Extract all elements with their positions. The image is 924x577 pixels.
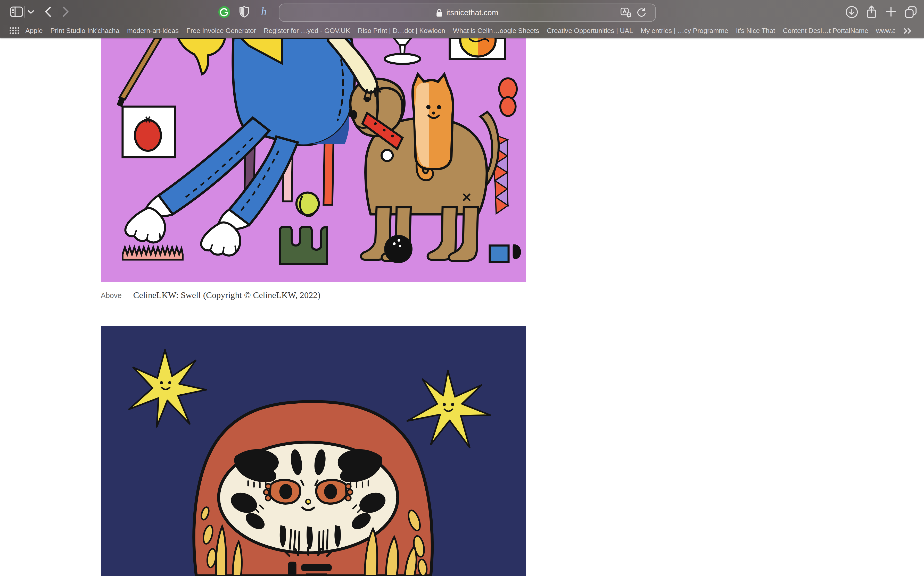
reload-icon[interactable] (633, 4, 649, 21)
lock-icon (436, 8, 443, 17)
bookmark-item[interactable]: www.artsjobs.org.uk (876, 27, 895, 34)
bookmark-item[interactable]: Free Invoice Generator (186, 27, 256, 34)
daruma-illustration (101, 326, 526, 576)
bookmarks-bar: ApplePrint Studio Ink'chachamodern-art-i… (0, 23, 924, 38)
caption-label: Above (101, 291, 133, 300)
apps-grid-icon[interactable] (8, 23, 20, 38)
bookmark-item[interactable]: My entries | …cy Programme (641, 27, 729, 34)
chevron-double-right-icon[interactable] (900, 27, 916, 34)
url-text: itsnicethat.com (446, 8, 498, 17)
downloads-icon[interactable] (844, 0, 859, 23)
bookmark-item[interactable]: What is Celin…oogle Sheets (453, 27, 540, 34)
image-caption: Above CelineLKW: Swell (Copyright © Celi… (101, 290, 526, 303)
bookmark-item[interactable]: Register for …yed - GOV.UK (264, 27, 350, 34)
bookmark-item[interactable]: Creative Opportunities | UAL (547, 27, 633, 34)
bookmark-item[interactable]: It's Nice That (736, 27, 775, 34)
address-bar[interactable]: itsnicethat.com (279, 3, 656, 22)
bookmark-item[interactable]: Apple (25, 27, 42, 34)
bookmark-item[interactable]: Content Desi…t PortalName (783, 27, 868, 34)
bookmark-item[interactable]: Riso Print | D…dot | Kowloon (358, 27, 445, 34)
swell-illustration (101, 38, 526, 282)
toolbar-divider (24, 6, 25, 18)
translate-icon[interactable] (617, 4, 635, 21)
new-tab-icon[interactable] (883, 0, 898, 23)
back-icon[interactable] (41, 0, 54, 23)
honey-icon[interactable]: h (258, 0, 270, 23)
safari-window: h itsnicethat.com (0, 0, 924, 577)
browser-chrome: h itsnicethat.com (0, 0, 924, 38)
svg-text:h: h (261, 5, 267, 18)
toolbar: h itsnicethat.com (0, 0, 924, 23)
bookmark-list: ApplePrint Studio Ink'chachamodern-art-i… (25, 27, 895, 34)
forward-icon[interactable] (59, 0, 72, 23)
article-content: Above CelineLKW: Swell (Copyright © Celi… (0, 38, 924, 577)
bookmark-item[interactable]: modern-art-ideas (127, 27, 179, 34)
shield-icon[interactable] (237, 0, 250, 23)
caption-text: CelineLKW: Swell (Copyright © CelineLKW,… (133, 290, 320, 300)
tab-overview-icon[interactable] (902, 0, 919, 23)
sidebar-chevron-down-icon[interactable] (26, 0, 36, 23)
grammarly-icon[interactable] (217, 0, 230, 23)
bookmark-item[interactable]: Print Studio Ink'chacha (50, 27, 120, 34)
sidebar-icon[interactable] (8, 0, 25, 23)
share-icon[interactable] (864, 0, 879, 23)
